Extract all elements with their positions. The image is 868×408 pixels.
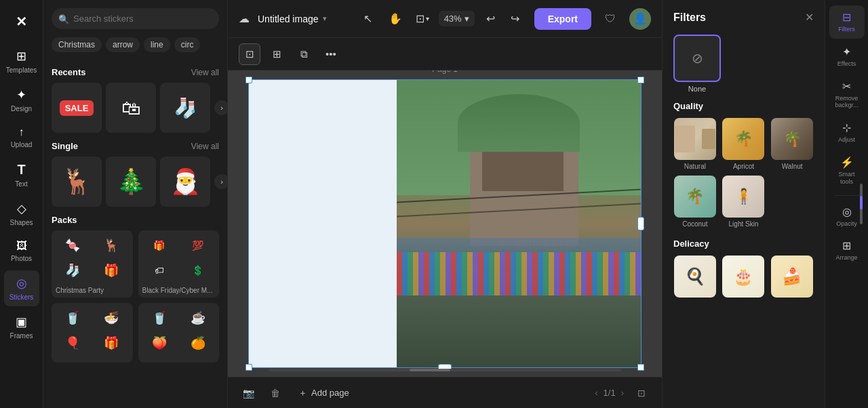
camera-btn[interactable]: 📷: [239, 384, 258, 403]
doc-title: Untitled image: [258, 14, 319, 24]
opacity-tool-icon: ◎: [842, 205, 852, 218]
left-icon-sidebar: ✕ ⊞ Templates ✦ Design ↑ Upload T Text ◇…: [0, 0, 43, 408]
filter-apricot[interactable]: 🌴 Apricot: [722, 118, 766, 170]
shield-btn[interactable]: 🛡: [599, 8, 621, 30]
filter-light-skin[interactable]: 🧍 Light Skin: [722, 176, 766, 228]
canvas-right: [397, 80, 641, 367]
natural-label: Natural: [684, 163, 706, 170]
sidebar-item-templates[interactable]: ⊞ Templates: [4, 43, 39, 79]
pointer-tool-btn[interactable]: ↖: [357, 8, 379, 30]
panel-scroll: Recents View all SALE 🛍 🧦 › Single View …: [43, 59, 227, 408]
zoom-control[interactable]: 43% ▾: [439, 11, 475, 26]
single-sticker-2[interactable]: 🎅: [160, 157, 210, 207]
main-area: ☁ Untitled image ▾ ↖ ✋ ⊡ ▾ 43% ▾: [228, 0, 662, 408]
recent-sticker-1[interactable]: 🛍: [106, 83, 156, 133]
pack-item-0[interactable]: 🍬 🦌 🧦 🎁 Christmas Party: [52, 230, 133, 298]
light-skin-thumb: 🧍: [722, 176, 764, 218]
recents-row: SALE 🛍 🧦 ›: [52, 83, 219, 133]
add-page-icon: ＋: [298, 387, 307, 399]
pack-item-2[interactable]: 🥤 🍜 🎈 🎁: [52, 303, 133, 363]
right-tool-filters[interactable]: ⊟ Filters: [829, 5, 865, 39]
sidebar-item-photos[interactable]: 🖼 Photos: [4, 234, 39, 268]
pack-0-label: Christmas Party: [52, 285, 133, 298]
handle-bl[interactable]: [245, 364, 252, 371]
handle-br[interactable]: [637, 364, 644, 371]
filter-coconut[interactable]: 🌴 Coconut: [673, 176, 717, 228]
cloud-save-btn[interactable]: ☁: [239, 12, 250, 25]
handle-tl[interactable]: [245, 77, 252, 83]
sidebar-item-design[interactable]: ✦ Design: [4, 82, 39, 118]
crop-tool-btn[interactable]: ⊡: [239, 43, 260, 65]
walnut-label: Walnut: [782, 163, 803, 170]
delicacy-filter-2[interactable]: 🎂: [722, 256, 766, 300]
avatar[interactable]: 👤: [629, 8, 651, 30]
upload-icon: ↑: [19, 126, 24, 138]
tag-chip-line[interactable]: line: [144, 37, 170, 52]
filter-walnut[interactable]: 🌴 Walnut: [770, 118, 814, 170]
sidebar-item-stickers[interactable]: ◎ Stickers: [4, 270, 39, 306]
single-next-btn[interactable]: ›: [214, 174, 227, 189]
recent-sticker-2[interactable]: 🧦: [160, 83, 210, 133]
single-sticker-0[interactable]: 🦌: [52, 157, 102, 207]
stickers-panel: 🔍 Christmas arrow line circ Recents View…: [43, 0, 228, 408]
delicacy-filter-3[interactable]: 🍰: [770, 256, 814, 300]
sidebar-item-text[interactable]: T Text: [4, 157, 39, 193]
tag-chip-christmas[interactable]: Christmas: [52, 37, 102, 52]
recent-sticker-0[interactable]: SALE: [52, 83, 102, 133]
pack-item-1[interactable]: 🎁 💯 🏷 💲 Black Friday/Cyber M...: [138, 230, 220, 298]
trash-btn[interactable]: 🗑: [266, 384, 285, 403]
right-tool-remove-bg[interactable]: ✂ Remove backgr...: [829, 75, 865, 115]
single-row: 🦌 🎄 🎅 ›: [52, 157, 219, 207]
right-tool-effects[interactable]: ✦ Effects: [829, 40, 865, 73]
single-sticker-1[interactable]: 🎄: [106, 157, 156, 207]
more-icon: •••: [326, 48, 336, 60]
search-bar-container: 🔍: [43, 0, 227, 37]
filter-none-thumb[interactable]: ⊘: [673, 35, 721, 82]
undo-btn[interactable]: ↩: [480, 8, 502, 30]
scrollbar-horizontal[interactable]: [269, 369, 621, 371]
hand-tool-btn[interactable]: ✋: [384, 8, 406, 30]
sidebar-item-shapes[interactable]: ◇ Shapes: [4, 196, 39, 232]
layout-tool-btn[interactable]: ⊡ ▾: [412, 8, 433, 30]
toolbar-tools: ↖ ✋ ⊡ ▾ 43% ▾ ↩ ↪: [357, 8, 526, 30]
pack-item-3[interactable]: 🥤 ☕ 🍑 🍊: [138, 303, 220, 363]
group-icon: ⊞: [273, 48, 281, 60]
recents-next-btn[interactable]: ›: [214, 100, 227, 115]
layers-tool-btn[interactable]: ⧉: [293, 43, 315, 65]
photo-scene: [397, 80, 641, 367]
tag-chip-arrow[interactable]: arrow: [106, 37, 140, 52]
filters-tool-icon: ⊟: [842, 11, 851, 24]
export-button[interactable]: Export: [534, 8, 591, 30]
filters-close-btn[interactable]: ✕: [805, 11, 814, 24]
group-tool-btn[interactable]: ⊞: [266, 43, 288, 65]
right-tool-arrange[interactable]: ⊞ Arrange: [829, 234, 865, 267]
expand-btn[interactable]: ⊡: [632, 384, 651, 403]
page-label: Page 1: [432, 70, 458, 74]
del3-thumb: 🍰: [771, 256, 813, 298]
delicacy-filter-1[interactable]: 🍳: [673, 256, 717, 300]
page-indicator: 1/1: [604, 388, 616, 398]
page-next-btn[interactable]: ›: [621, 388, 624, 398]
sidebar-item-frames[interactable]: ▣ Frames: [4, 309, 39, 345]
doc-title-area[interactable]: Untitled image ▾: [258, 14, 327, 24]
recents-view-all[interactable]: View all: [191, 68, 219, 77]
tag-chip-circ[interactable]: circ: [174, 37, 201, 52]
handle-tr[interactable]: [637, 77, 644, 83]
canvas-selection[interactable]: [248, 79, 642, 368]
filter-natural[interactable]: Natural: [673, 118, 717, 170]
smart-tool-icon: ⚡: [840, 156, 854, 169]
more-tool-btn[interactable]: •••: [320, 43, 342, 65]
filter-none-label: None: [673, 85, 721, 93]
page-prev-btn[interactable]: ‹: [595, 388, 597, 398]
right-tool-opacity[interactable]: ◎ Opacity: [829, 200, 865, 233]
redo-btn[interactable]: ↪: [505, 8, 526, 30]
search-input[interactable]: [52, 8, 219, 29]
sidebar-item-upload[interactable]: ↑ Upload: [4, 121, 39, 154]
app-logo[interactable]: ✕: [4, 8, 39, 35]
apricot-thumb: 🌴: [722, 118, 764, 160]
right-tool-smart[interactable]: ⚡ Smart tools: [829, 150, 865, 191]
right-tool-adjust[interactable]: ⊹ Adjust: [829, 116, 865, 149]
add-page-btn[interactable]: ＋ Add page: [293, 384, 355, 402]
handle-right[interactable]: [637, 217, 644, 230]
single-view-all[interactable]: View all: [191, 142, 219, 151]
